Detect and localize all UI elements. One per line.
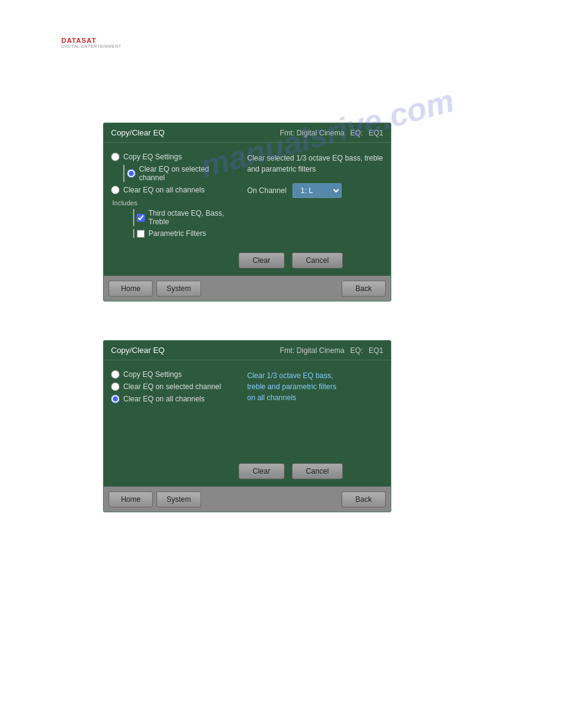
radio-clear-selected-label: Clear EQ on selected channel xyxy=(139,165,235,182)
panel-2-fmt: Fmt: Digital Cinema xyxy=(280,346,344,355)
radio-copy-eq-2-label: Copy EQ Settings xyxy=(123,370,182,379)
panel-1-body: Copy EQ Settings Clear EQ on selected ch… xyxy=(104,143,391,248)
back-button-2[interactable]: Back xyxy=(342,491,386,507)
radio-clear-selected[interactable]: Clear EQ on selected channel xyxy=(127,165,235,182)
panel-2-desc-line2: treble and parametric filters xyxy=(247,381,383,392)
radio-clear-all-label: Clear EQ on all channels xyxy=(123,186,205,194)
panel-2-right: Clear 1/3 octave EQ bass, treble and par… xyxy=(240,370,383,449)
includes-checkboxes: Third octave EQ, Bass, Treble Parametric… xyxy=(111,209,235,238)
page: DATASAT DIGITAL ENTERTAINMENT manualsriv… xyxy=(0,0,563,728)
panel-2-header: Copy/Clear EQ Fmt: Digital Cinema EQ: EQ… xyxy=(104,341,391,360)
radio-copy-eq-2[interactable]: Copy EQ Settings xyxy=(111,370,235,379)
channel-select[interactable]: 1: L 2: R 3: C 4: LFE 5: Ls 6: Rs xyxy=(293,183,342,198)
checkbox-parametric-label: Parametric Filters xyxy=(148,229,206,238)
panel-copy-clear-eq-1: Copy/Clear EQ Fmt: Digital Cinema EQ: EQ… xyxy=(103,123,391,301)
cancel-button-1[interactable]: Cancel xyxy=(292,252,343,268)
indent-line-1: Clear EQ on selected channel xyxy=(123,165,235,182)
radio-clear-selected-2-input[interactable] xyxy=(111,382,120,391)
checkbox-third-octave-label: Third octave EQ, Bass, Treble xyxy=(148,209,235,226)
radio-clear-all-2[interactable]: Clear EQ on all channels xyxy=(111,395,235,403)
indent-line-3: Parametric Filters xyxy=(133,229,235,238)
panel-2-title: Copy/Clear EQ xyxy=(111,346,164,355)
panel-2-description: Clear 1/3 octave EQ bass, treble and par… xyxy=(247,370,383,403)
panel-1-eq-label: EQ: xyxy=(350,129,363,137)
clear-button-1[interactable]: Clear xyxy=(239,252,285,268)
panel-2-desc-line3: on all channels xyxy=(247,392,383,403)
logo: DATASAT DIGITAL ENTERTAINMENT xyxy=(61,37,121,48)
channel-label: On Channel xyxy=(247,186,286,195)
system-button-1[interactable]: System xyxy=(156,281,201,297)
checkbox-parametric[interactable]: Parametric Filters xyxy=(137,229,235,238)
back-button-1[interactable]: Back xyxy=(342,281,386,297)
radio-clear-all-2-input[interactable] xyxy=(111,395,120,403)
checkbox-third-octave-input[interactable] xyxy=(137,214,145,222)
panel-1-footer: Home System Back xyxy=(104,276,391,301)
panel-1-meta: Fmt: Digital Cinema EQ: EQ1 xyxy=(276,129,383,137)
radio-clear-all[interactable]: Clear EQ on all channels xyxy=(111,186,235,194)
radio-copy-eq-2-input[interactable] xyxy=(111,370,120,379)
panel-2-meta: Fmt: Digital Cinema EQ: EQ1 xyxy=(276,346,383,355)
panel-2-left: Copy EQ Settings Clear EQ on selected ch… xyxy=(111,370,240,449)
includes-label: Includes xyxy=(111,199,235,207)
panel-2-actions: Clear Cancel xyxy=(104,458,391,487)
panel-1-left: Copy EQ Settings Clear EQ on selected ch… xyxy=(111,153,240,238)
home-button-2[interactable]: Home xyxy=(109,491,153,507)
panel-2-eq-label: EQ: xyxy=(350,346,363,355)
clear-button-2[interactable]: Clear xyxy=(239,463,285,479)
system-button-2[interactable]: System xyxy=(156,491,201,507)
radio-clear-selected-2[interactable]: Clear EQ on selected channel xyxy=(111,382,235,391)
cancel-button-2[interactable]: Cancel xyxy=(292,463,343,479)
panel-2-desc-line1: Clear 1/3 octave EQ bass, xyxy=(247,370,383,381)
brand-sub: DIGITAL ENTERTAINMENT xyxy=(61,44,121,48)
radio-clear-selected-2-label: Clear EQ on selected channel xyxy=(123,382,221,391)
panel-1-header: Copy/Clear EQ Fmt: Digital Cinema EQ: EQ… xyxy=(104,123,391,143)
panel-2-body: Copy EQ Settings Clear EQ on selected ch… xyxy=(104,360,391,458)
brand-name: DATASAT xyxy=(61,37,121,44)
panel-copy-clear-eq-2: Copy/Clear EQ Fmt: Digital Cinema EQ: EQ… xyxy=(103,340,391,512)
panel-2-radio-group: Copy EQ Settings Clear EQ on selected ch… xyxy=(111,370,235,403)
radio-clear-selected-input[interactable] xyxy=(127,169,136,178)
panel-1-actions: Clear Cancel xyxy=(104,248,391,276)
radio-copy-eq-label: Copy EQ Settings xyxy=(123,153,182,161)
radio-clear-all-input[interactable] xyxy=(111,186,120,194)
panel-1-eq-value: EQ1 xyxy=(369,129,383,137)
panel-1-radio-group: Copy EQ Settings Clear EQ on selected ch… xyxy=(111,153,235,194)
radio-copy-eq-input[interactable] xyxy=(111,153,120,161)
channel-row: On Channel 1: L 2: R 3: C 4: LFE 5: Ls 6… xyxy=(247,183,383,198)
home-button-1[interactable]: Home xyxy=(109,281,153,297)
panel-2-footer: Home System Back xyxy=(104,487,391,512)
indent-line-2: Third octave EQ, Bass, Treble xyxy=(133,209,235,226)
checkbox-third-octave[interactable]: Third octave EQ, Bass, Treble xyxy=(137,209,235,226)
panel-1-title: Copy/Clear EQ xyxy=(111,128,164,137)
panel-1-description: Clear selected 1/3 octave EQ bass, trebl… xyxy=(247,153,383,175)
panel-1-right: Clear selected 1/3 octave EQ bass, trebl… xyxy=(240,153,383,238)
radio-copy-eq[interactable]: Copy EQ Settings xyxy=(111,153,235,161)
panel-2-eq-value: EQ1 xyxy=(369,346,383,355)
checkbox-parametric-input[interactable] xyxy=(137,230,145,238)
panel-1-fmt: Fmt: Digital Cinema xyxy=(280,129,344,137)
radio-clear-all-2-label: Clear EQ on all channels xyxy=(123,395,205,403)
